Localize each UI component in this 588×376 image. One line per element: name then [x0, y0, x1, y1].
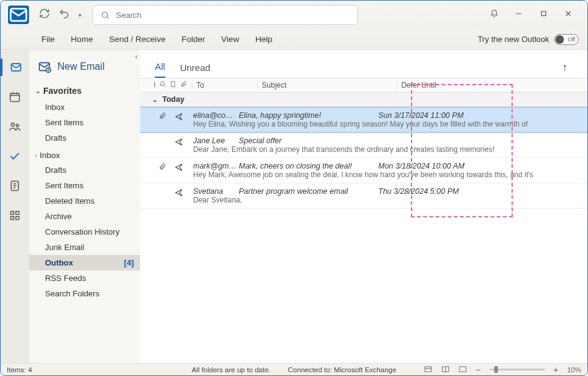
- column-defer-until[interactable]: Defer Until: [397, 81, 587, 90]
- msg-preview: Dear Svetlana,: [171, 196, 580, 204]
- msg-defer: Thu 3/28/2024 5:00 PM: [378, 187, 580, 196]
- menu-folder[interactable]: Folder: [181, 35, 205, 44]
- folder-conversation-history[interactable]: Conversation History: [29, 224, 140, 240]
- message-row[interactable]: SvetlanaPartner program welcome emailThu…: [140, 183, 587, 209]
- attachment-icon: [159, 163, 166, 172]
- importance-column-icon[interactable]: !: [154, 81, 155, 90]
- favorite-drafts[interactable]: Drafts: [29, 130, 140, 146]
- status-bar: Items: 4 All folders are up to date. Con…: [1, 363, 587, 375]
- ribbon-menu: File Home Send / Receive Folder View Hel…: [1, 29, 587, 50]
- title-bar: ▾ Search: [1, 1, 587, 29]
- svg-rect-2: [542, 12, 546, 16]
- svg-rect-14: [172, 81, 175, 86]
- msg-preview: Dear Jane, Embark on a journey that tran…: [171, 145, 580, 154]
- folder-junk-email[interactable]: Junk Email: [29, 240, 140, 255]
- folder-sent-items[interactable]: Sent Items: [29, 178, 140, 193]
- attachment-icon: [159, 112, 166, 122]
- rail-people-icon[interactable]: [9, 120, 21, 135]
- view-reading-icon[interactable]: [441, 365, 450, 375]
- folder-outbox[interactable]: Outbox[4]: [29, 255, 140, 270]
- dropdown-icon[interactable]: ▾: [78, 12, 81, 19]
- message-row[interactable]: Jane LeeSpecial offerDear Jane, Embark o…: [140, 133, 587, 158]
- msg-defer: Mon 3/18/2024 10:00 AM: [378, 162, 580, 170]
- nav-rail: [1, 50, 29, 363]
- svg-point-1: [102, 12, 108, 17]
- menu-view[interactable]: View: [222, 35, 239, 44]
- svg-rect-17: [459, 366, 466, 371]
- status-folders: All folders are up to date.: [192, 366, 271, 374]
- message-row[interactable]: mark@gmail.comMark, cheers on closing th…: [140, 158, 587, 183]
- minimize-icon[interactable]: [515, 9, 523, 20]
- menu-send-receive[interactable]: Send / Receive: [109, 35, 166, 44]
- zoom-slider[interactable]: [489, 369, 545, 370]
- send-icon: [175, 188, 183, 199]
- menu-help[interactable]: Help: [255, 35, 273, 44]
- folder-search-folders[interactable]: Search Folders: [29, 286, 140, 301]
- zoom-out-icon[interactable]: −: [476, 365, 481, 375]
- svg-rect-9: [16, 211, 19, 214]
- undo-icon[interactable]: [59, 8, 70, 22]
- view-normal-icon[interactable]: [424, 365, 433, 375]
- column-to[interactable]: To: [192, 81, 257, 90]
- folder-pane: ‹ New Email ⌄Favorites InboxSent ItemsDr…: [29, 50, 140, 363]
- close-icon[interactable]: [564, 9, 573, 20]
- reminder-column-icon[interactable]: [159, 81, 166, 90]
- msg-preview: Hey Elina, Wishing you a blooming beauti…: [171, 120, 580, 128]
- favorites-header[interactable]: ⌄Favorites: [29, 82, 140, 99]
- svg-rect-11: [16, 217, 19, 220]
- view-compact-icon[interactable]: [458, 365, 467, 375]
- folder-deleted-items[interactable]: Deleted Items: [29, 193, 140, 209]
- column-header-row: ! To Subject Defer Until: [140, 78, 587, 93]
- zoom-percent: 10%: [567, 366, 581, 374]
- msg-subject: Partner program welcome email: [239, 187, 378, 196]
- menu-file[interactable]: File: [41, 35, 55, 44]
- search-placeholder: Search: [116, 10, 141, 20]
- folder-drafts[interactable]: Drafts: [29, 162, 140, 178]
- send-icon: [175, 138, 183, 148]
- favorite-sent-items[interactable]: Sent Items: [29, 115, 140, 130]
- search-input[interactable]: Search: [93, 5, 358, 25]
- tab-unread[interactable]: Unread: [180, 62, 210, 78]
- status-connection: Connected to: Microsoft Exchange: [288, 366, 397, 374]
- svg-rect-10: [10, 217, 14, 220]
- favorite-inbox[interactable]: Inbox: [29, 99, 140, 115]
- svg-rect-4: [10, 93, 20, 101]
- group-today[interactable]: ⌄Today: [140, 93, 587, 107]
- msg-defer: [378, 136, 580, 145]
- rail-calendar-icon[interactable]: [9, 91, 21, 106]
- svg-point-5: [11, 123, 14, 126]
- message-list-pane: All Unread ↑ ! To Subject Defer Until ⌄T…: [140, 50, 587, 363]
- try-new-outlook-label: Try the new Outlook: [478, 35, 549, 44]
- sync-icon[interactable]: [39, 8, 50, 22]
- icon-column-icon[interactable]: [170, 81, 176, 90]
- msg-preview: Hey Mark, Awesome job on sealing the dea…: [171, 170, 580, 179]
- maximize-icon[interactable]: [539, 9, 548, 20]
- msg-subject: Special offer: [239, 136, 378, 145]
- rail-mail-icon[interactable]: [1, 59, 29, 76]
- rail-todo-icon[interactable]: [9, 150, 21, 165]
- try-new-outlook-toggle[interactable]: Off: [554, 34, 579, 45]
- notifications-icon[interactable]: [490, 9, 499, 20]
- svg-rect-8: [10, 211, 14, 214]
- tab-all[interactable]: All: [155, 61, 165, 78]
- svg-point-6: [16, 124, 19, 127]
- attachment-column-icon[interactable]: [180, 81, 187, 90]
- rail-notes-icon[interactable]: [9, 180, 21, 194]
- zoom-in-icon[interactable]: +: [553, 365, 558, 375]
- inbox-header[interactable]: ›Inbox: [29, 146, 140, 162]
- status-item-count: Items: 4: [7, 366, 32, 374]
- folder-archive[interactable]: Archive: [29, 209, 140, 224]
- rail-apps-icon[interactable]: [9, 209, 21, 224]
- new-email-button[interactable]: New Email: [29, 55, 140, 82]
- msg-subject: Elina, happy springtime!: [239, 111, 378, 120]
- msg-defer: Sun 3/17/2024 11:00 PM: [378, 111, 580, 120]
- message-row[interactable]: elina@company.comElina, happy springtime…: [140, 107, 587, 133]
- sort-arrow-icon[interactable]: ↑: [562, 61, 573, 78]
- column-subject[interactable]: Subject: [257, 81, 397, 90]
- folder-rss-feeds[interactable]: RSS Feeds: [29, 270, 140, 286]
- msg-subject: Mark, cheers on closing the deal!: [239, 162, 378, 170]
- collapse-folder-pane-icon[interactable]: ‹: [135, 52, 138, 61]
- send-icon: [175, 112, 183, 123]
- menu-home[interactable]: Home: [71, 35, 93, 44]
- outlook-logo-icon: [8, 6, 29, 24]
